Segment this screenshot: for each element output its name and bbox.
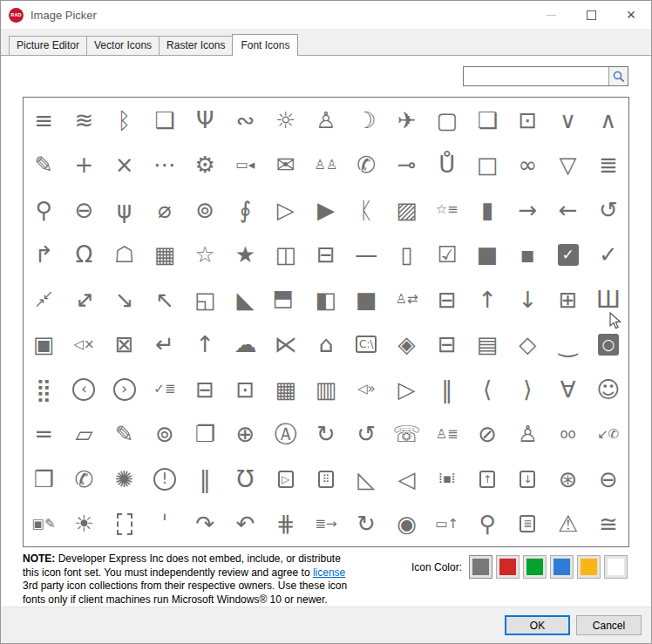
magnifier-tilted-icon[interactable]: ⌀ bbox=[145, 187, 185, 233]
laptop-icon[interactable]: ▱ bbox=[64, 412, 104, 458]
backspace-icon[interactable]: ⊠ bbox=[105, 322, 145, 368]
send-filled-icon[interactable]: ▶ bbox=[306, 187, 346, 233]
archive-box-icon[interactable]: ≣ bbox=[507, 502, 547, 547]
envelope-icon[interactable]: ✉ bbox=[266, 143, 306, 188]
titlebar[interactable]: RAD Image Picker × bbox=[1, 1, 651, 29]
square-quarter-filled-icon[interactable]: ◣ bbox=[225, 277, 265, 322]
phone-handset-icon[interactable]: ✆ bbox=[346, 143, 386, 188]
phone-incoming-icon[interactable]: ↙✆ bbox=[588, 412, 628, 458]
bullet-list-icon[interactable]: ≣ bbox=[588, 143, 628, 188]
palette-icon[interactable]: ⊛ bbox=[547, 457, 587, 502]
icon-color-white[interactable] bbox=[604, 555, 628, 579]
phone-rotary-icon[interactable]: ☏ bbox=[386, 412, 426, 458]
arrow-up-icon[interactable]: ↑ bbox=[467, 277, 507, 322]
save-edit-icon[interactable]: ▣✎ bbox=[24, 502, 64, 547]
undo-curve-icon[interactable]: ↶ bbox=[225, 502, 265, 547]
chevron-down-icon[interactable]: ∨ bbox=[547, 98, 587, 143]
voicemail-icon[interactable]: oo bbox=[547, 412, 587, 458]
paperclip-icon[interactable]: ∮ bbox=[225, 187, 265, 233]
wifi-icon[interactable]: ≋ bbox=[64, 98, 104, 143]
ellipsis-icon[interactable]: ⋯ bbox=[145, 143, 185, 188]
pushpin-horizontal-icon[interactable]: ⊸ bbox=[386, 143, 426, 188]
note-page-icon[interactable]: ❏ bbox=[467, 98, 507, 143]
hatched-square-icon[interactable]: ▨ bbox=[386, 187, 426, 233]
star-checklist-icon[interactable]: ☆≡ bbox=[427, 187, 467, 233]
upload-box-icon[interactable]: ↑ bbox=[467, 457, 507, 502]
phone-book-icon[interactable]: ✆ bbox=[64, 457, 104, 502]
gear-icon[interactable]: ⚙ bbox=[185, 143, 225, 188]
checkmark-icon[interactable]: ✓ bbox=[588, 233, 628, 278]
unlock-icon[interactable]: Ʊ bbox=[225, 457, 265, 502]
camera-icon[interactable]: ⊚ bbox=[185, 187, 225, 233]
video-camera-icon[interactable]: ▭◂ bbox=[225, 143, 265, 188]
align-center-frames-icon[interactable]: ⁞▪⁞ bbox=[427, 457, 467, 502]
filled-square-icon[interactable]: ■ bbox=[467, 233, 507, 278]
shield-warning-icon[interactable]: ☖ bbox=[105, 233, 145, 278]
send-outline-icon[interactable]: ▷ bbox=[266, 187, 306, 233]
contact-list-icon[interactable]: ♙≣ bbox=[427, 412, 467, 458]
ok-button[interactable]: OK bbox=[505, 615, 570, 635]
arrow-up-thin-icon[interactable]: ↑ bbox=[185, 322, 225, 368]
expand-diagonal-icon[interactable]: ↔ bbox=[64, 277, 104, 322]
pencil-icon[interactable]: ✎ bbox=[24, 143, 64, 188]
text-cursor-mark-icon[interactable]: ˈ bbox=[145, 502, 185, 547]
open-book-icon[interactable]: ◫ bbox=[266, 233, 306, 278]
monitor-star-icon[interactable]: ⊡ bbox=[507, 98, 547, 143]
circle-chevron-right-icon[interactable]: › bbox=[105, 367, 145, 412]
chevron-right-icon[interactable]: ⟩ bbox=[507, 367, 547, 412]
square-solid-icon[interactable]: ■ bbox=[346, 277, 386, 322]
cancel-button[interactable]: Cancel bbox=[576, 615, 642, 635]
pin-disabled-icon[interactable]: ⊘ bbox=[467, 412, 507, 458]
microphone-icon[interactable]: ψ bbox=[105, 187, 145, 233]
close-x-icon[interactable]: × bbox=[105, 143, 145, 188]
return-key-icon[interactable]: ↵ bbox=[145, 322, 185, 368]
save-floppy-icon[interactable]: ▣ bbox=[24, 322, 64, 368]
pin-round-icon[interactable]: ⚲ bbox=[467, 502, 507, 547]
eraser-diamond-icon[interactable]: ◇ bbox=[507, 322, 547, 368]
tab-raster-icons[interactable]: Raster Icons bbox=[159, 36, 233, 55]
exclamation-circle-icon[interactable]: ! bbox=[145, 457, 185, 502]
square-outline-icon[interactable]: □ bbox=[467, 143, 507, 188]
hamburger-menu-icon[interactable]: ≡ bbox=[24, 98, 64, 143]
filled-square-small-icon[interactable]: ▪ bbox=[507, 233, 547, 278]
star-filled-icon[interactable]: ★ bbox=[225, 233, 265, 278]
rotate-object-icon[interactable]: ↻ bbox=[346, 502, 386, 547]
home-secure-icon[interactable]: ⌂ bbox=[306, 322, 346, 368]
lock-icon[interactable]: Ω bbox=[64, 233, 104, 278]
clock-history-icon[interactable]: ↻ bbox=[306, 412, 346, 458]
collapse-diagonal-icon[interactable]: →← bbox=[24, 277, 64, 322]
clipboard-icon[interactable]: ❒ bbox=[24, 457, 64, 502]
volume-on-icon[interactable]: ◁» bbox=[346, 367, 386, 412]
navigation-pad-icon[interactable]: ◈ bbox=[386, 322, 426, 368]
share-forward-icon[interactable]: ↱ bbox=[24, 233, 64, 278]
minimize-button[interactable] bbox=[531, 1, 571, 29]
rectangle-outline-icon[interactable]: ▯ bbox=[386, 233, 426, 278]
eye-icon[interactable]: ◉ bbox=[386, 502, 426, 547]
square-bottom-filled-icon[interactable]: ◧ bbox=[266, 277, 306, 322]
square-corner-filled-icon[interactable]: ◱ bbox=[185, 277, 225, 322]
list-reorder-icon[interactable]: ≣→ bbox=[306, 502, 346, 547]
crop-icon[interactable]: ⋕ bbox=[266, 502, 306, 547]
redo-curve-icon[interactable]: ↷ bbox=[185, 502, 225, 547]
alert-lamp-icon[interactable]: ✺ bbox=[105, 457, 145, 502]
phone-with-monitor-icon[interactable]: ❑ bbox=[145, 98, 185, 143]
person-marker-icon[interactable]: ♙ bbox=[306, 98, 346, 143]
chevron-left-icon[interactable]: ⟨ bbox=[467, 367, 507, 412]
tab-picture-editor[interactable]: Picture Editor bbox=[9, 36, 87, 55]
pause-bars-icon[interactable]: ‖ bbox=[427, 367, 467, 412]
sun-outline-icon[interactable]: ☼ bbox=[266, 98, 306, 143]
close-button[interactable]: × bbox=[611, 1, 651, 29]
checklist-icon[interactable]: ✓≣ bbox=[145, 367, 185, 412]
checkbox-checked-icon[interactable]: ☑ bbox=[427, 233, 467, 278]
arrow-down-right-icon[interactable]: ↘ bbox=[105, 277, 145, 322]
volume-less-icon[interactable]: ⊖ bbox=[588, 457, 628, 502]
command-prompt-icon[interactable]: C:\ bbox=[346, 322, 386, 368]
brightness-contrast-icon[interactable]: ☀ bbox=[64, 502, 104, 547]
icon-color-gray[interactable] bbox=[469, 555, 492, 579]
window-split-icon[interactable]: ▤ bbox=[467, 322, 507, 368]
chevron-up-icon[interactable]: ∧ bbox=[588, 98, 628, 143]
volume-mute-icon[interactable]: ◁× bbox=[64, 322, 104, 368]
smiley-face-icon[interactable]: ☺ bbox=[588, 367, 628, 412]
search-magnifier-icon[interactable]: ⚲ bbox=[24, 187, 64, 233]
monitor-pen-icon[interactable]: ✎ bbox=[105, 412, 145, 458]
